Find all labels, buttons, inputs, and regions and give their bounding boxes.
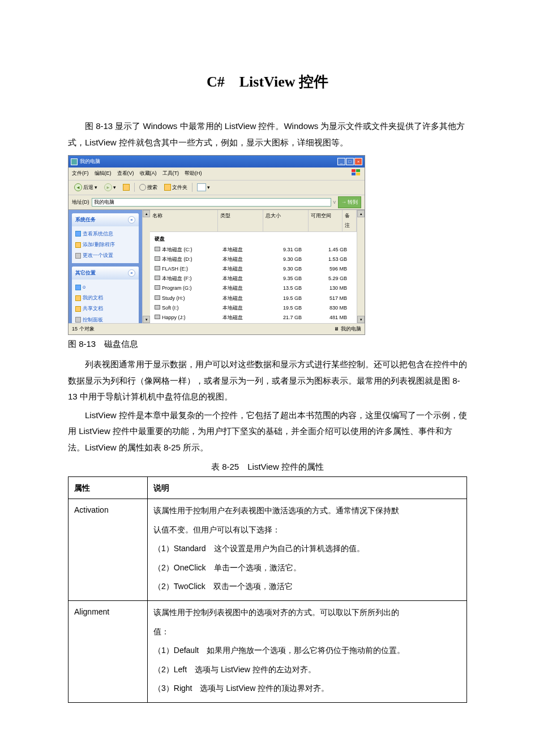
menu-favorites[interactable]: 收藏(A) bbox=[140, 169, 157, 178]
folders-button[interactable]: 文件夹 bbox=[162, 182, 190, 193]
desc-line: （3）Right 选项与 ListView 控件的顶边界对齐。 bbox=[153, 680, 461, 697]
sidebar-item[interactable]: 我的文档 bbox=[75, 293, 135, 303]
up-button[interactable] bbox=[121, 183, 132, 191]
sidebar-scrollbar[interactable]: ▴ ▾ bbox=[142, 210, 150, 323]
desc-line: 认值不变。但用户可以有以下选择： bbox=[153, 522, 461, 538]
window-titlebar: 我的电脑 _ □ × bbox=[69, 156, 365, 167]
back-button[interactable]: ◄后退 ▾ bbox=[72, 182, 100, 193]
sidebar-item[interactable]: 添加/删除程序 bbox=[75, 239, 135, 250]
sidebar-item[interactable]: 共享文档 bbox=[75, 303, 135, 314]
svg-rect-0 bbox=[352, 169, 356, 172]
paragraph-2: 列表视图通常用于显示数据，用户可以对这些数据和显示方式进行某些控制。还可以把包含… bbox=[68, 356, 467, 405]
svg-rect-1 bbox=[356, 169, 360, 172]
disk-icon bbox=[155, 247, 160, 251]
scroll-down-icon[interactable]: ▾ bbox=[143, 316, 150, 323]
sidebar-item[interactable]: o bbox=[75, 282, 135, 293]
menu-view[interactable]: 查看(V) bbox=[117, 169, 134, 178]
prop-desc: 该属性用于控制用户在列表视图中激活选项的方式。通常情况下保持默认值不变。但用户可… bbox=[148, 499, 467, 601]
figure-caption: 图 8-13 磁盘信息 bbox=[68, 336, 467, 353]
th-property: 属性 bbox=[69, 476, 148, 499]
menu-help[interactable]: 帮助(H) bbox=[185, 169, 202, 178]
drive-row[interactable]: 本地磁盘 (D:)本地磁盘9.30 GB1.53 GB bbox=[150, 255, 357, 264]
desc-line: （1）Default 如果用户拖放一个选项，那么它将仍位于拖动前的位置。 bbox=[153, 642, 461, 659]
window-title: 我的电脑 bbox=[80, 157, 100, 166]
addressbar: 地址(D) v → 转到 bbox=[69, 195, 365, 210]
prop-desc: 该属性用于控制列表视图中的选项对齐的方式。可以取以下所所列出的值：（1）Defa… bbox=[148, 601, 467, 703]
col-notes[interactable]: 备注 bbox=[343, 210, 357, 231]
drive-row[interactable]: Soft (I:)本地磁盘19.5 GB830 MB bbox=[150, 303, 357, 313]
disk-icon bbox=[155, 295, 160, 300]
th-description: 说明 bbox=[148, 476, 467, 499]
col-size[interactable]: 总大小 bbox=[263, 210, 309, 231]
listview-scrollbar[interactable]: ▴ ▾ bbox=[357, 210, 365, 323]
desc-line: （2）Left 选项与 ListView 控件的左边对齐。 bbox=[153, 662, 461, 678]
close-button[interactable]: × bbox=[354, 158, 362, 165]
desc-line: （1）Standard 这个设置是用户为自己的计算机选择的值。 bbox=[153, 540, 461, 557]
desc-line: 该属性用于控制用户在列表视图中激活选项的方式。通常情况下保持默 bbox=[153, 502, 461, 519]
desc-line: 该属性用于控制列表视图中的选项对齐的方式。可以取以下所所列出的 bbox=[153, 604, 461, 621]
windows-logo-icon bbox=[351, 169, 361, 177]
views-button[interactable]: ▾ bbox=[195, 182, 212, 193]
svg-rect-2 bbox=[352, 173, 356, 175]
sidebar-item[interactable]: 查看系统信息 bbox=[75, 229, 135, 239]
menubar: 文件(F) 编辑(E) 查看(V) 收藏(A) 工具(T) 帮助(H) bbox=[69, 167, 365, 180]
figure-mycomputer: 我的电脑 _ □ × 文件(F) 编辑(E) 查看(V) 收藏(A) 工具(T)… bbox=[68, 155, 365, 334]
status-count: 15 个对象 bbox=[72, 324, 95, 334]
address-input[interactable] bbox=[92, 198, 331, 207]
menu-tools[interactable]: 工具(T) bbox=[162, 169, 179, 178]
drive-row[interactable]: 本地磁盘 (F:)本地磁盘9.35 GB5.29 GB bbox=[150, 274, 357, 284]
group-header: 硬盘 bbox=[150, 233, 357, 245]
disk-icon bbox=[155, 276, 160, 280]
chevron-icon[interactable]: « bbox=[128, 269, 135, 277]
prop-name: Alignment bbox=[69, 601, 148, 703]
paragraph-3: ListView 控件是本章中最复杂的一个控件，它包括了超出本书范围的内容，这里… bbox=[68, 407, 467, 456]
sidebar: 系统任务« 查看系统信息 添加/删除程序 更改一个设置 其它位置« o 我的文档… bbox=[69, 210, 142, 323]
disk-icon bbox=[155, 285, 160, 290]
svg-rect-3 bbox=[356, 173, 360, 175]
drive-row[interactable]: Study (H:)本地磁盘19.5 GB517 MB bbox=[150, 294, 357, 303]
panel-other-places: 其它位置« o 我的文档 共享文档 控制面板 bbox=[72, 267, 139, 323]
chevron-icon[interactable]: « bbox=[128, 216, 135, 224]
menu-edit[interactable]: 编辑(E) bbox=[95, 169, 112, 178]
status-location: 🖥 我的电脑 bbox=[334, 324, 361, 334]
statusbar: 15 个对象 🖥 我的电脑 bbox=[69, 323, 365, 334]
desc-line: （2）TwoClick 双击一个选项，激活它 bbox=[153, 578, 461, 595]
drive-row[interactable]: Program (G:)本地磁盘13.5 GB130 MB bbox=[150, 284, 357, 293]
scroll-up-icon[interactable]: ▴ bbox=[357, 210, 365, 217]
col-type[interactable]: 类型 bbox=[218, 210, 263, 231]
forward-button[interactable]: ► ▾ bbox=[102, 182, 118, 193]
desc-line: 值： bbox=[153, 624, 461, 640]
menu-file[interactable]: 文件(F) bbox=[72, 169, 89, 178]
maximize-button[interactable]: □ bbox=[346, 158, 354, 165]
listview-header: 名称 类型 总大小 可用空间 备注 bbox=[150, 210, 357, 232]
table-caption: 表 8-25 ListView 控件的属性 bbox=[68, 459, 467, 475]
sidebar-item[interactable]: 更改一个设置 bbox=[75, 250, 135, 261]
scroll-down-icon[interactable]: ▾ bbox=[357, 316, 365, 323]
page-title: C# ListView 控件 bbox=[68, 68, 467, 96]
intro-paragraph: 图 8-13 显示了 Windows 中最常用的 ListView 控件。Win… bbox=[68, 118, 467, 151]
col-free[interactable]: 可用空间 bbox=[309, 210, 343, 231]
disk-icon bbox=[155, 305, 160, 310]
drive-row[interactable]: Happy (J:)本地磁盘21.7 GB481 MB bbox=[150, 313, 357, 323]
disk-icon bbox=[155, 315, 160, 319]
sidebar-item[interactable]: 控制面板 bbox=[75, 315, 135, 323]
properties-table: 属性 说明 Activation该属性用于控制用户在列表视图中激活选项的方式。通… bbox=[68, 476, 467, 703]
desc-line: （2）OneClick 单击一个选项，激活它。 bbox=[153, 560, 461, 576]
disk-icon bbox=[155, 266, 160, 270]
prop-name: Activation bbox=[69, 499, 148, 601]
scroll-up-icon[interactable]: ▴ bbox=[143, 210, 150, 217]
computer-icon bbox=[71, 158, 78, 165]
col-name[interactable]: 名称 bbox=[150, 210, 218, 231]
search-button[interactable]: 搜索 bbox=[137, 182, 160, 193]
disk-icon bbox=[155, 256, 160, 261]
panel-system-tasks: 系统任务« 查看系统信息 添加/删除程序 更改一个设置 bbox=[72, 213, 139, 263]
address-label: 地址(D) bbox=[72, 197, 89, 207]
minimize-button[interactable]: _ bbox=[337, 158, 345, 165]
go-button[interactable]: → 转到 bbox=[338, 196, 361, 208]
drive-row[interactable]: 本地磁盘 (C:)本地磁盘9.31 GB1.45 GB bbox=[150, 245, 357, 255]
drive-row[interactable]: FLASH (E:)本地磁盘9.30 GB596 MB bbox=[150, 264, 357, 274]
listview: 名称 类型 总大小 可用空间 备注 硬盘本地磁盘 (C:)本地磁盘9.31 GB… bbox=[150, 210, 357, 323]
toolbar: ◄后退 ▾ ► ▾ 搜索 文件夹 ▾ bbox=[69, 181, 365, 195]
